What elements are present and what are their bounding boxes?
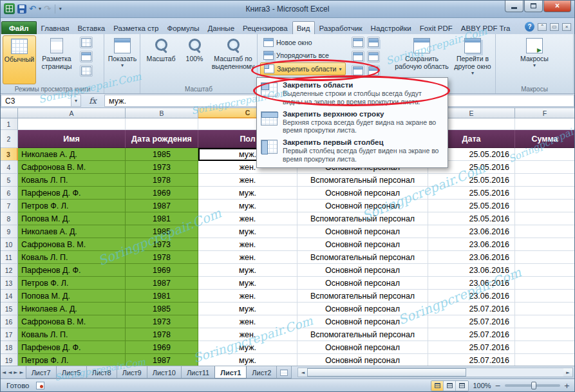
cell-date[interactable]: 25.05.2016 (428, 187, 515, 200)
column-header-a[interactable]: A (18, 108, 126, 118)
row-header[interactable]: 18 (0, 341, 18, 354)
cell-birth-year[interactable]: 1978 (126, 328, 198, 341)
cell-sum[interactable] (515, 200, 575, 212)
row-header[interactable]: 19 (0, 354, 18, 366)
row-header[interactable]: 14 (0, 290, 18, 303)
cell-sum[interactable] (515, 225, 575, 238)
ribbon-tab-Формулы[interactable]: Формулы (163, 22, 203, 34)
cell-gender[interactable]: жен. (198, 251, 297, 264)
row-header[interactable]: 7 (0, 200, 18, 212)
new-window-button[interactable]: Новое окно (260, 36, 316, 49)
cell-name[interactable]: Сафронова В. М. (18, 161, 126, 174)
cell-gender[interactable]: жен. (198, 328, 297, 341)
cell-date[interactable]: 25.05.2016 (428, 200, 515, 212)
row-header[interactable]: 15 (0, 303, 18, 315)
freeze-panes-button[interactable]: Закрепить области ▾ (260, 62, 346, 75)
page-break-shortcut[interactable] (456, 381, 468, 391)
cell-gender[interactable]: жен. (198, 315, 297, 328)
macro-record-icon[interactable] (36, 382, 44, 389)
header-cell-name[interactable]: Имя (18, 130, 126, 148)
ribbon-tab-Вид[interactable]: Вид (292, 21, 315, 34)
column-header-b[interactable]: B (126, 108, 198, 118)
cell-sum[interactable] (515, 277, 575, 290)
cell-date[interactable]: 25.07.2016 (428, 315, 515, 328)
cell-birth-year[interactable]: 1981 (126, 212, 198, 225)
ribbon-tab-Надстройки[interactable]: Надстройки (367, 22, 415, 34)
row-header[interactable]: 8 (0, 212, 18, 225)
hide-window-button[interactable] (352, 51, 364, 62)
next-sheet-icon[interactable]: ► (14, 369, 17, 375)
sheet-tab-Лист5[interactable]: Лист5 (56, 366, 87, 378)
page-break-preview-button[interactable] (80, 37, 93, 48)
row-header[interactable]: 10 (0, 238, 18, 251)
cell-sum[interactable] (515, 315, 575, 328)
cell[interactable] (126, 118, 198, 130)
view-side-by-side-button[interactable] (367, 37, 380, 48)
ribbon-tab-ABBY PDF Tra[interactable]: ABBY PDF Tra (457, 22, 514, 34)
cell-sum[interactable] (515, 251, 575, 264)
help-icon[interactable]: ? (525, 22, 534, 32)
page-layout-button[interactable]: Разметка страницы (37, 35, 76, 84)
cell-gender[interactable]: муж. (198, 264, 297, 277)
arrange-all-button[interactable]: Упорядочить все (260, 49, 332, 62)
cell[interactable] (18, 118, 126, 130)
normal-view-button[interactable]: Обычный (3, 35, 36, 84)
cell-name[interactable]: Николаев А. Д. (18, 225, 126, 238)
cell-sum[interactable] (515, 187, 575, 200)
cell-birth-year[interactable]: 1973 (126, 161, 198, 174)
column-header-f[interactable]: F (515, 108, 575, 118)
cell-name[interactable]: Петров Ф. Л. (18, 354, 126, 366)
cell-date[interactable]: 23.06.2016 (428, 238, 515, 251)
cell-date[interactable]: 23.06.2016 (428, 251, 515, 264)
sync-scroll-button[interactable] (367, 51, 380, 62)
minimize-button[interactable] (505, 0, 523, 12)
row-header[interactable]: 2 (0, 130, 18, 148)
cell-position[interactable]: Вспомогательный персонал (297, 251, 428, 264)
cell-gender[interactable]: муж. (198, 341, 297, 354)
cell-date[interactable]: 25.07.2016 (428, 303, 515, 315)
minimize-ribbon-icon[interactable]: ⌃ (538, 23, 547, 31)
cell-position[interactable]: Основной персонал (297, 341, 428, 354)
scrollbar-thumb[interactable] (307, 368, 466, 377)
row-header[interactable]: 13 (0, 277, 18, 290)
prev-sheet-icon[interactable]: ◄ (8, 369, 12, 375)
cell-sum[interactable] (515, 238, 575, 251)
cell-name[interactable]: Коваль Л. П. (18, 174, 126, 187)
sheet-tab-Лист2[interactable]: Лист2 (246, 366, 277, 378)
cell-birth-year[interactable]: 1987 (126, 354, 198, 366)
ribbon-tab-Разработчик[interactable]: Разработчик (316, 22, 366, 34)
menu-item-freeze-panes[interactable]: Закрепить области Выделенные строки и ст… (258, 79, 446, 108)
cell-position[interactable]: Вспомогательный персонал (297, 290, 428, 303)
zoom-out-icon[interactable]: − (495, 382, 501, 390)
ribbon-tab-Рецензирова[interactable]: Рецензирова (239, 22, 292, 34)
custom-views-button[interactable] (80, 51, 93, 62)
workbook-restore-icon[interactable]: ▭ (550, 23, 559, 31)
header-cell-birth[interactable]: Дата рождения (126, 130, 198, 148)
cell-sum[interactable] (515, 212, 575, 225)
cell-birth-year[interactable]: 1987 (126, 200, 198, 212)
zoom-level[interactable]: 100% (473, 382, 491, 389)
cell-position[interactable]: Основной персонал (297, 315, 428, 328)
cell-gender[interactable]: жен. (198, 212, 297, 225)
ribbon-tab-Вставка[interactable]: Вставка (73, 22, 109, 34)
cell-sum[interactable] (515, 354, 575, 366)
cell-position[interactable]: Основной персонал (297, 187, 428, 200)
cell-name[interactable]: Николаев А. Д. (18, 148, 126, 161)
cell-name[interactable]: Коваль Л. П. (18, 328, 126, 341)
show-group-button[interactable]: Показать ▾ (106, 35, 139, 84)
ribbon-tab-Данные[interactable]: Данные (203, 22, 238, 34)
cell-date[interactable]: 25.05.2016 (428, 174, 515, 187)
maximize-button[interactable] (524, 0, 543, 12)
cell-name[interactable]: Попова М. Д. (18, 290, 126, 303)
cell-name[interactable]: Попова М. Д. (18, 212, 126, 225)
cell-date[interactable]: 23.06.2016 (428, 264, 515, 277)
workbook-close-icon[interactable]: × (562, 23, 571, 31)
zoom-to-selection-button[interactable]: Масштаб по выделенному (210, 35, 256, 84)
cell-birth-year[interactable]: 1985 (126, 225, 198, 238)
cell-sum[interactable] (515, 328, 575, 341)
cell-name[interactable]: Сафронова В. М. (18, 315, 126, 328)
cell-date[interactable]: 23.06.2016 (428, 277, 515, 290)
name-box[interactable]: C3 (1, 95, 71, 107)
cell-birth-year[interactable]: 1978 (126, 251, 198, 264)
zoom-slider[interactable] (505, 384, 560, 387)
